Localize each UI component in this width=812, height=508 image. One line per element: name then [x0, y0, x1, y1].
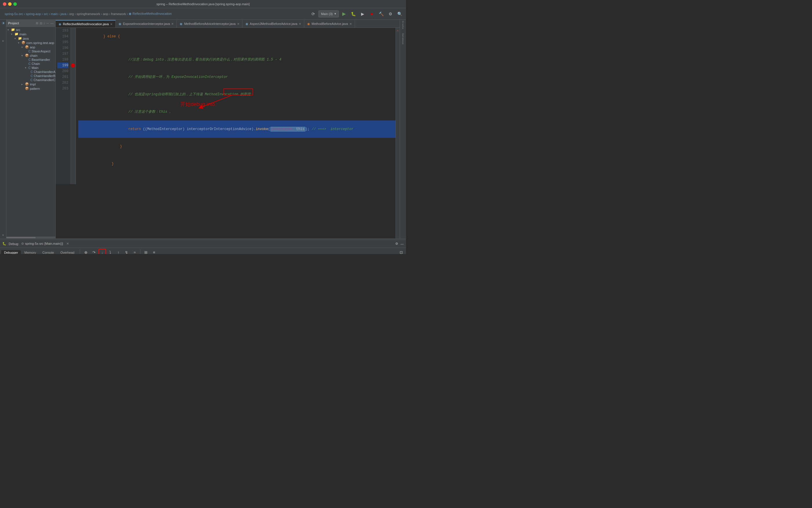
restore-layout-button[interactable]: ⊡ [397, 249, 405, 254]
tree-item-java[interactable]: ▾ 📁 java [6, 36, 55, 41]
run-config-label: Main (3) [321, 12, 333, 16]
folder-icon: 📁 [18, 37, 22, 40]
code-editor[interactable]: ⚠ 193 194 195 196 197 198 199 200 201 20… [56, 28, 400, 238]
show-exec-point-button[interactable]: ⊕ [82, 249, 90, 254]
tab-close-icon[interactable]: ✕ [171, 22, 173, 26]
step-out-button[interactable]: ↑ [115, 249, 122, 254]
database-label[interactable]: Database [402, 33, 404, 44]
bc-main[interactable]: main [51, 12, 58, 16]
folder-icon: 📁 [11, 28, 15, 32]
build-button[interactable]: 🔨 [377, 10, 385, 18]
step-over-button[interactable]: ↷ [90, 249, 98, 254]
scrollbar-thumb[interactable] [6, 237, 36, 238]
tab-debugger[interactable]: Debugger [1, 250, 21, 254]
layout-icon[interactable]: ⊟ [40, 22, 42, 25]
tree-label: src [16, 28, 20, 32]
minimize-button[interactable] [8, 2, 11, 6]
close-debug-icon[interactable]: ✕ [66, 242, 69, 246]
tab-close-icon[interactable]: ✕ [299, 22, 301, 26]
tree-item-impl[interactable]: ▸ 📦 impl [6, 82, 55, 86]
favorites-icon[interactable]: ★ [1, 232, 5, 237]
editor-area: ◉ ReflectiveMethodInvocation.java ✕ ◉ Ex… [56, 20, 400, 238]
run-button[interactable]: ▶ [340, 10, 348, 18]
expand-arrow: ▾ [11, 33, 14, 36]
tree-item-pkg[interactable]: ▾ 📦 com.spring.test.aop [6, 41, 55, 45]
tab-label: ExposeInvocationInterceptor.java [123, 22, 170, 26]
class-icon: C [31, 74, 33, 78]
tab-memory[interactable]: Memory [22, 250, 39, 254]
tree-item-slaver-aspect[interactable]: C SlaverAspect [6, 49, 55, 53]
tree-item-chain-c[interactable]: C ChainHandlerC [6, 78, 55, 82]
tree-item-base-handler[interactable]: C BaseHandler [6, 58, 55, 62]
tree-item-pattern[interactable]: 📦 pattern [6, 86, 55, 91]
gear-icon[interactable]: ⚙ [36, 22, 39, 25]
tree-item-main[interactable]: ▾ 📁 main [6, 32, 55, 36]
code-line-202 [78, 173, 397, 178]
debug-button[interactable]: 🐛 [349, 10, 357, 18]
force-step-into-button[interactable]: ⤵ [107, 249, 114, 254]
bc-src[interactable]: src [44, 12, 48, 16]
bp-empty [70, 34, 76, 39]
package-icon: 📦 [25, 45, 29, 49]
debug-settings-icon[interactable]: ⚙ [395, 242, 398, 246]
project-icons: ⚙ ⊟ ↕ ↔ — [36, 22, 54, 25]
sort-icon[interactable]: ↕ [43, 22, 45, 25]
class-icon: C [28, 58, 31, 61]
step-into-button[interactable]: ↓ [98, 249, 106, 254]
bp-empty [70, 51, 76, 57]
structure-icon[interactable]: ≡ [1, 39, 5, 43]
tab-console[interactable]: Console [39, 250, 57, 254]
tab-before[interactable]: ◉ MethodBeforeAdviceInterceptor.java ✕ [177, 20, 242, 28]
tab-close-icon[interactable]: ✕ [110, 23, 113, 26]
window-controls[interactable] [3, 2, 17, 6]
bc-java[interactable]: java [60, 12, 66, 16]
search-button[interactable]: 🔍 [396, 10, 404, 18]
tab-aspect[interactable]: ◉ AspectJMethodBeforeAdvice.java ✕ [243, 20, 304, 28]
frames-button[interactable]: ⊞ [142, 249, 150, 254]
bp-empty [70, 28, 76, 34]
tree-item-aop[interactable]: ▾ 📦 aop [6, 45, 55, 49]
tab-reflective[interactable]: ◉ ReflectiveMethodInvocation.java ✕ [56, 20, 116, 28]
tab-overhead[interactable]: Overhead [57, 250, 77, 254]
breakpoint-199[interactable] [70, 62, 76, 68]
debug-title: Debug: [9, 242, 19, 246]
tab-expose[interactable]: ◉ ExposeInvocationInterceptor.java ✕ [116, 20, 177, 28]
tab-close-icon[interactable]: ✕ [237, 22, 239, 26]
settings-button[interactable]: ⚙ [386, 10, 395, 18]
tab-interface[interactable]: ◉ MethodBeforeAdvice.java ✕ [304, 20, 355, 28]
code-line-193: } else { [78, 28, 397, 45]
tree-item-chain-b[interactable]: C ChainHandlerB [6, 74, 55, 78]
run-to-cursor-button[interactable]: ↯ [123, 249, 130, 254]
code-content[interactable]: } else { //注意：debug into，注意每次进去后，看当前执行的类… [76, 28, 400, 184]
chevron-down-icon: ▾ [334, 12, 336, 16]
line-num-196: 196 [57, 45, 68, 51]
tree-item-chain[interactable]: ▾ 📦 chain [6, 53, 55, 58]
tree-item-src[interactable]: ▾ 📁 src [6, 28, 55, 32]
debug-minimize-icon[interactable]: — [401, 242, 404, 246]
tree-item-chain-a[interactable]: C ChainHandlerA [6, 70, 55, 74]
maximize-button[interactable] [13, 2, 17, 6]
project-icon[interactable]: ◧ [1, 21, 5, 26]
tab-close-icon[interactable]: ✕ [350, 22, 352, 26]
tree-item-chain-class[interactable]: C Chain [6, 62, 55, 66]
stop-button[interactable]: ■ [368, 10, 376, 18]
debug-tabs: Debugger Memory Console Overhead [1, 250, 77, 254]
tree-item-main-class[interactable]: ▾ C Main [6, 66, 55, 70]
vars-button[interactable]: ≡ [151, 249, 158, 254]
sync-button[interactable]: ⟳ [309, 10, 317, 18]
minimize-panel-icon[interactable]: — [50, 22, 54, 25]
horizontal-scrollbar[interactable] [6, 237, 55, 238]
bc-module[interactable]: spring-aop [26, 12, 41, 16]
evaluate-button[interactable]: ≈ [131, 249, 138, 254]
bp-empty [70, 80, 76, 86]
bp-empty [70, 57, 76, 62]
coverage-button[interactable]: ▶ [359, 10, 367, 18]
bp-empty [70, 45, 76, 51]
close-button[interactable] [3, 2, 6, 6]
bc-project[interactable]: spring-5x-src [5, 12, 23, 16]
run-config[interactable]: Main (3) ▾ [319, 10, 339, 17]
breadcrumb: spring-5x-src › spring-aop › src › main … [2, 12, 308, 16]
gradle-label[interactable]: Gradle [402, 21, 404, 29]
expand-icon[interactable]: ↔ [46, 22, 49, 25]
code-line-198: // 注意这个参数：this 。 [78, 103, 397, 121]
